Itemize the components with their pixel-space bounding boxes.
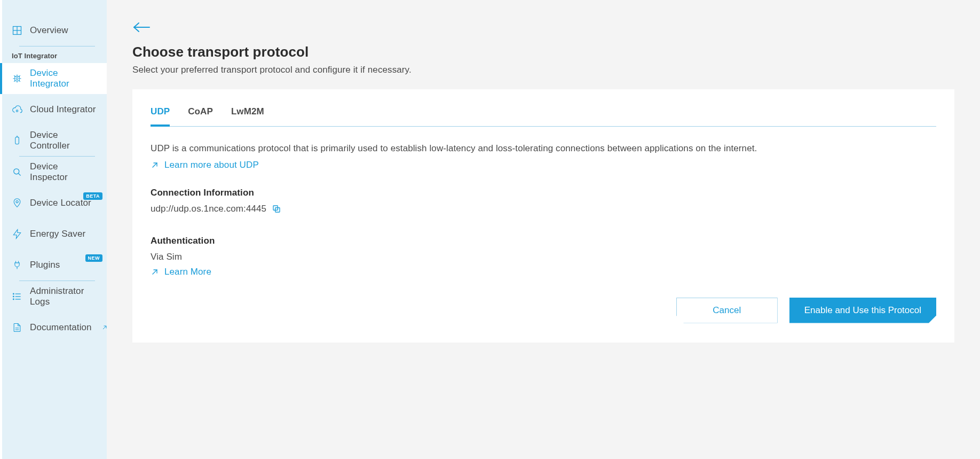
connection-heading: Connection Information (151, 188, 936, 198)
svg-rect-14 (15, 137, 19, 144)
sidebar-item-energy-saver[interactable]: Energy Saver (0, 219, 107, 250)
connection-row: udp://udp.os.1nce.com:4445 (151, 204, 936, 214)
plug-icon (12, 260, 22, 270)
new-badge: NEW (85, 254, 103, 262)
svg-rect-3 (15, 76, 19, 81)
tab-udp[interactable]: UDP (151, 106, 170, 127)
beta-badge: BETA (83, 192, 102, 200)
sidebar: Overview IoT Integrator Device Integrato… (0, 0, 107, 459)
link-label: Learn more about UDP (164, 160, 259, 170)
sidebar-item-overview[interactable]: Overview (0, 15, 107, 46)
protocol-tabs: UDP CoAP LwM2M (151, 106, 936, 127)
sidebar-item-label: Documentation (30, 322, 92, 333)
sidebar-item-documentation[interactable]: Documentation (0, 312, 107, 343)
list-icon (12, 291, 22, 302)
tab-lwm2m[interactable]: LwM2M (231, 106, 264, 127)
svg-point-16 (14, 169, 19, 174)
main-content: Choose transport protocol Select your pr… (107, 0, 980, 459)
protocol-card: UDP CoAP LwM2M UDP is a communications p… (132, 89, 954, 343)
bolt-icon (12, 229, 22, 239)
connection-url: udp://udp.os.1nce.com:4445 (151, 204, 266, 214)
document-icon (12, 322, 22, 333)
sidebar-item-label: Administrator Logs (30, 286, 98, 308)
back-button[interactable] (132, 21, 151, 33)
svg-point-4 (16, 77, 18, 80)
learn-more-udp-link[interactable]: Learn more about UDP (151, 160, 259, 170)
svg-point-13 (16, 110, 18, 112)
search-icon (12, 167, 22, 177)
svg-line-33 (153, 270, 157, 274)
svg-line-30 (153, 163, 157, 167)
link-label: Learn More (164, 267, 211, 277)
auth-value: Via Sim (151, 252, 936, 262)
page-title: Choose transport protocol (132, 44, 954, 60)
sidebar-item-cloud-integrator[interactable]: Cloud Integrator (0, 94, 107, 125)
sidebar-item-device-controller[interactable]: Device Controller (0, 125, 107, 156)
copy-button[interactable] (272, 204, 281, 214)
sidebar-item-admin-logs[interactable]: Administrator Logs (0, 281, 107, 312)
sidebar-item-label: Overview (30, 25, 98, 36)
protocol-description: UDP is a communications protocol that is… (151, 142, 936, 155)
pin-icon (12, 198, 22, 208)
svg-marker-19 (13, 230, 20, 239)
svg-point-23 (13, 293, 14, 294)
sidebar-item-device-locator[interactable]: Device Locator BETA (0, 188, 107, 219)
svg-line-17 (19, 174, 21, 176)
svg-point-24 (13, 296, 14, 297)
sidebar-item-device-integrator[interactable]: Device Integrator (0, 63, 107, 94)
page-subtitle: Select your preferred transport protocol… (132, 65, 954, 75)
sidebar-item-label: Cloud Integrator (30, 104, 98, 115)
svg-line-28 (103, 326, 106, 329)
sidebar-item-label: Energy Saver (30, 229, 98, 239)
chip-icon (12, 73, 22, 84)
enable-button[interactable]: Enable and Use this Protocol (789, 298, 936, 323)
sidebar-item-plugins[interactable]: Plugins NEW (0, 250, 107, 281)
sidebar-section-label: IoT Integrator (2, 46, 107, 63)
grid-icon (12, 25, 22, 36)
tab-coap[interactable]: CoAP (188, 106, 213, 127)
sidebar-item-label: Device Inspector (30, 161, 98, 183)
svg-point-18 (16, 200, 18, 203)
svg-point-25 (13, 299, 14, 300)
cloud-gear-icon (12, 104, 22, 115)
sidebar-item-label: Device Integrator (30, 68, 98, 90)
sidebar-item-device-inspector[interactable]: Device Inspector (0, 157, 107, 188)
external-link-icon (101, 324, 108, 331)
cancel-button[interactable]: Cancel (676, 298, 778, 323)
learn-more-auth-link[interactable]: Learn More (151, 267, 211, 277)
controller-icon (12, 135, 22, 146)
auth-heading: Authentication (151, 236, 936, 246)
sidebar-item-label: Device Controller (30, 130, 98, 152)
button-row: Cancel Enable and Use this Protocol (151, 298, 936, 323)
